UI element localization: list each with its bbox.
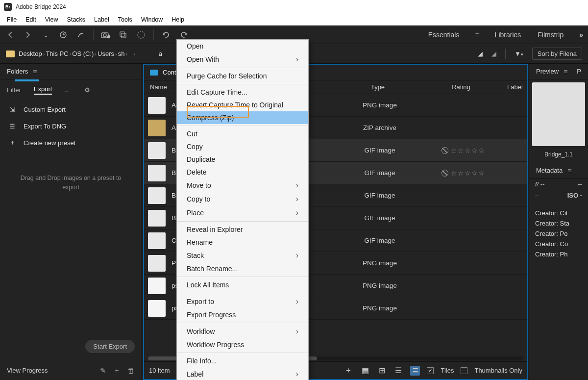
start-export-button[interactable]: Start Export [85, 340, 135, 353]
context-menu-item[interactable]: Copy to [177, 192, 308, 206]
panel-menu-icon[interactable]: ≡ [564, 68, 567, 76]
workspace-tab-filmstrip[interactable]: Filmstrip [537, 29, 564, 41]
plus-icon[interactable]: ＋ [113, 366, 121, 375]
file-rating[interactable]: ☆☆☆☆☆ [421, 147, 505, 154]
filter-funnel-icon[interactable]: ▼▾ [514, 50, 523, 57]
back-button[interactable] [5, 29, 16, 40]
context-menu-item[interactable]: Cut [177, 127, 308, 140]
breadcrumb-item[interactable]: Users [98, 50, 114, 57]
panel-menu-icon[interactable]: ≡ [65, 86, 69, 94]
context-menu-item[interactable]: Move to [177, 178, 308, 192]
menu-separator [177, 277, 308, 277]
forward-button[interactable] [23, 29, 33, 40]
context-menu-item[interactable]: Revert Capture Time to Original [177, 99, 308, 111]
tab-filter[interactable]: Filter [7, 86, 21, 94]
publish-label[interactable]: P [577, 68, 581, 75]
workspace-tab-essentials[interactable]: Essentials [427, 29, 461, 41]
copy-stack-icon[interactable] [118, 29, 129, 40]
details-view-icon[interactable]: ☰ [393, 366, 403, 376]
context-menu-item[interactable]: Open [177, 40, 308, 52]
pencil-icon[interactable]: ✎ [100, 366, 106, 375]
list-view-icon[interactable]: ≣ [410, 366, 420, 376]
breadcrumb-item[interactable]: This PC [46, 50, 68, 57]
reject-icon[interactable] [441, 147, 448, 154]
aperture-icon[interactable] [136, 29, 147, 40]
reject-icon[interactable] [441, 170, 448, 177]
context-menu-item[interactable]: Workflow Progress [177, 338, 308, 351]
list-icon: ☰ [8, 122, 17, 130]
workspace-tab-libraries[interactable]: Libraries [494, 29, 522, 41]
menu-edit[interactable]: Edit [22, 15, 40, 24]
context-menu-item[interactable]: Export Progress [177, 308, 308, 321]
rotate-ccw-icon[interactable] [161, 29, 172, 40]
panel-menu-icon[interactable]: ≡ [567, 167, 571, 175]
context-menu-item[interactable]: Purge Cache for Selection [177, 70, 308, 82]
menu-tools[interactable]: Tools [114, 15, 136, 24]
boomerang-icon[interactable] [75, 29, 86, 40]
tab-options-icon[interactable]: ≡ [475, 31, 479, 39]
context-menu-item[interactable]: Label [177, 367, 308, 380]
tab-export[interactable]: Export [34, 85, 52, 95]
context-menu[interactable]: OpenOpen WithPurge Cache for SelectionEd… [176, 39, 309, 380]
overflow-icon[interactable]: » [579, 31, 583, 39]
context-menu-item[interactable]: Lock All Items [177, 279, 308, 291]
context-menu-item[interactable]: Stack [177, 249, 308, 262]
col-label[interactable]: Label [503, 83, 527, 91]
col-rating[interactable]: Rating [419, 83, 503, 91]
trash-icon[interactable]: 🗑 [127, 366, 135, 375]
breadcrumb-item[interactable]: OS (C:) [72, 50, 94, 57]
context-menu-item[interactable]: Export to [177, 295, 308, 308]
context-menu-item[interactable]: Copy [177, 140, 308, 153]
dropdown-chevron-icon[interactable]: ⌄ [40, 29, 51, 40]
menu-stacks[interactable]: Stacks [63, 15, 90, 24]
context-menu-item[interactable]: Duplicate [177, 153, 308, 166]
folders-panel-header[interactable]: Folders ≡ [0, 64, 142, 79]
context-menu-item[interactable]: Batch Rename... [177, 262, 308, 275]
context-menu-item[interactable]: Place [177, 206, 308, 220]
context-menu-item[interactable]: File Info... [177, 355, 308, 367]
zoom-plus-icon[interactable]: ＋ [343, 366, 353, 376]
chevron-right-icon[interactable]: › [133, 51, 135, 57]
export-item[interactable]: ＋Create new preset [0, 134, 142, 151]
sort-button[interactable]: Sort by Filena [532, 48, 582, 60]
export-item[interactable]: ⇲Custom Export [0, 101, 142, 118]
col-type[interactable]: Type [336, 83, 419, 91]
history-icon[interactable] [58, 29, 69, 40]
file-type: GIF image [338, 169, 421, 177]
menu-view[interactable]: View [41, 15, 62, 24]
context-menu-item[interactable]: Edit Capture Time... [177, 86, 308, 99]
context-menu-item[interactable]: Open With [177, 52, 308, 66]
file-thumbnail [148, 165, 166, 181]
file-rating[interactable]: ☆☆☆☆☆ [421, 169, 505, 177]
panel-menu-icon[interactable]: ≡ [33, 68, 37, 76]
context-menu-item[interactable]: Rename [177, 236, 308, 249]
export-item-label: Export To DNG [24, 123, 66, 130]
camera-download-icon[interactable] [100, 29, 111, 40]
gear-icon[interactable]: ⚙ [84, 86, 90, 94]
view-progress-label[interactable]: View Progress [7, 367, 48, 374]
preview-label: Preview [536, 68, 559, 75]
context-menu-item[interactable]: Compress (Zip) [177, 111, 308, 124]
ascending-alt-icon[interactable]: ◢ [491, 50, 496, 57]
tiles-checkbox[interactable]: ✓ [427, 367, 434, 374]
rotate-cw-icon[interactable] [178, 29, 189, 40]
file-thumbnail [148, 120, 166, 136]
breadcrumb-item[interactable]: sh [118, 50, 125, 57]
context-menu-item[interactable]: Workflow [177, 325, 308, 338]
drop-hint: Drag and Drop images on a preset to expo… [0, 174, 142, 192]
thumbnails-only-checkbox[interactable] [461, 367, 467, 374]
filter-letter: a [159, 50, 162, 57]
menu-file[interactable]: File [3, 15, 21, 24]
menu-help[interactable]: Help [168, 15, 188, 24]
ascending-icon[interactable]: ◢ [478, 50, 483, 57]
svg-point-2 [103, 34, 106, 37]
small-grid-icon[interactable]: ⊞ [377, 366, 387, 376]
menu-label[interactable]: Label [90, 15, 113, 24]
export-item[interactable]: ☰Export To DNG [0, 118, 142, 134]
grid-view-icon[interactable]: ▦ [360, 366, 370, 376]
preview-thumbnail[interactable] [532, 82, 585, 146]
menu-window[interactable]: Window [137, 15, 167, 24]
context-menu-item[interactable]: Reveal in Explorer [177, 223, 308, 236]
context-menu-item[interactable]: Delete [177, 166, 308, 178]
breadcrumb-item[interactable]: Desktop [19, 50, 42, 57]
